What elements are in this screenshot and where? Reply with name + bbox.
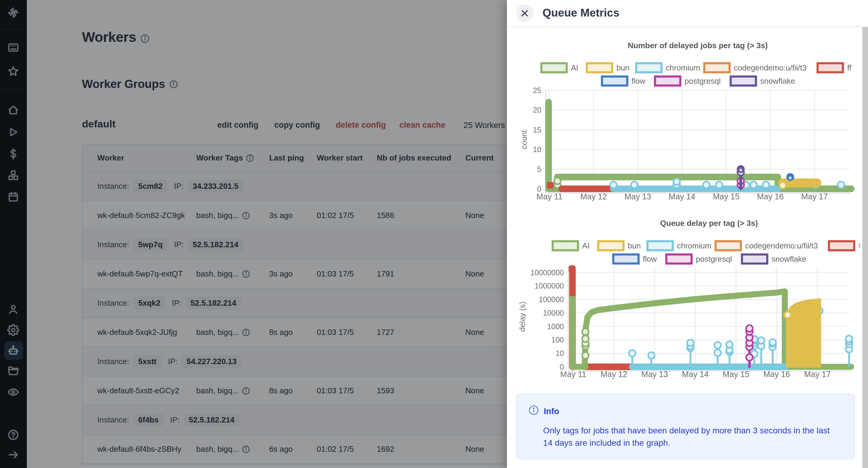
svg-text:May 12: May 12 xyxy=(580,192,607,201)
svg-text:snowflake: snowflake xyxy=(760,76,795,86)
svg-text:100: 100 xyxy=(551,335,564,344)
svg-text:May 17: May 17 xyxy=(801,192,828,201)
svg-text:snowflake: snowflake xyxy=(772,255,807,264)
app-window: Workers Worker Groups default edit confi… xyxy=(0,0,868,468)
queue-metrics-drawer: Queue Metrics 0510152025May 11May 12May … xyxy=(507,0,868,468)
svg-text:100000: 100000 xyxy=(539,295,564,304)
svg-text:May 15: May 15 xyxy=(713,192,740,201)
svg-text:10: 10 xyxy=(533,145,541,154)
info-circle-icon xyxy=(529,405,539,417)
modal-dim-overlay[interactable] xyxy=(0,0,507,468)
svg-text:AI: AI xyxy=(571,63,578,72)
close-drawer-button[interactable] xyxy=(516,4,533,22)
svg-text:chromium: chromium xyxy=(677,241,711,250)
svg-text:ff: ff xyxy=(858,241,860,250)
info-box-text: Only tags for jobs that have been delaye… xyxy=(543,425,838,449)
svg-text:May 13: May 13 xyxy=(624,192,651,201)
svg-text:codegendemo:u/fii/t3: codegendemo:u/fii/t3 xyxy=(745,241,818,250)
drawer-title: Queue Metrics xyxy=(542,7,619,19)
delayed-jobs-chart: 0510152025May 11May 12May 13May 14May 15… xyxy=(516,30,860,211)
queue-delay-chart: 010100100010000100000100000010000000May … xyxy=(516,211,860,392)
svg-text:flow: flow xyxy=(631,76,645,86)
svg-text:20: 20 xyxy=(533,106,541,114)
svg-text:codegendemo:u/fii/t3: codegendemo:u/fii/t3 xyxy=(734,63,807,72)
svg-text:AI: AI xyxy=(582,241,590,250)
svg-text:May 11: May 11 xyxy=(536,192,563,201)
svg-text:May 14: May 14 xyxy=(669,192,695,201)
svg-text:postgresql: postgresql xyxy=(696,255,732,264)
svg-text:postgresql: postgresql xyxy=(684,76,721,86)
svg-text:1000: 1000 xyxy=(547,322,564,331)
info-box: Info Only tags for jobs that have been d… xyxy=(516,394,855,459)
drawer-scrollbar[interactable] xyxy=(862,27,868,468)
svg-text:bun: bun xyxy=(616,63,629,72)
svg-text:May 16: May 16 xyxy=(757,192,784,201)
svg-text:chromium: chromium xyxy=(666,63,700,72)
svg-text:10: 10 xyxy=(555,349,564,358)
info-box-title: Info xyxy=(544,407,559,416)
drawer-header: Queue Metrics xyxy=(507,0,868,27)
svg-text:15: 15 xyxy=(533,126,541,134)
svg-text:25: 25 xyxy=(533,86,541,95)
svg-text:flow: flow xyxy=(643,255,657,264)
svg-text:delay (s): delay (s) xyxy=(518,302,527,332)
svg-text:10000000: 10000000 xyxy=(530,268,564,277)
svg-text:count: count xyxy=(520,130,529,149)
svg-text:0: 0 xyxy=(537,185,541,193)
svg-text:10000: 10000 xyxy=(543,309,564,317)
svg-text:5: 5 xyxy=(537,165,541,173)
svg-text:1000000: 1000000 xyxy=(535,281,564,290)
x-icon xyxy=(520,9,529,18)
svg-text:ff: ff xyxy=(847,63,852,72)
svg-text:Number of delayed jobs per tag: Number of delayed jobs per tag (> 3s) xyxy=(628,41,768,50)
svg-text:Queue delay per tag (> 3s): Queue delay per tag (> 3s) xyxy=(660,219,758,228)
svg-text:bun: bun xyxy=(628,241,641,250)
